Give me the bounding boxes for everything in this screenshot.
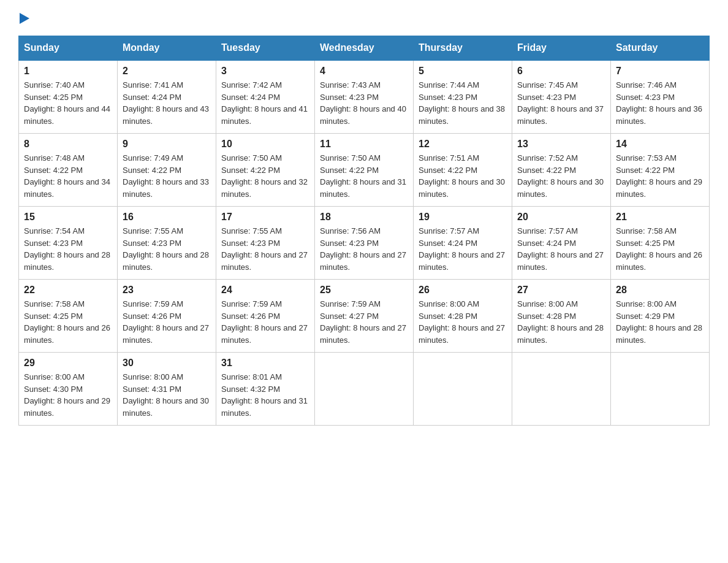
calendar-cell: 26Sunrise: 8:00 AMSunset: 4:28 PMDayligh… xyxy=(414,280,512,353)
calendar-cell: 6Sunrise: 7:45 AMSunset: 4:23 PMDaylight… xyxy=(512,60,611,134)
day-info: Sunrise: 7:50 AMSunset: 4:22 PMDaylight:… xyxy=(221,152,309,200)
calendar-cell: 22Sunrise: 7:58 AMSunset: 4:25 PMDayligh… xyxy=(19,280,118,353)
calendar-cell: 23Sunrise: 7:59 AMSunset: 4:26 PMDayligh… xyxy=(118,280,216,353)
calendar-cell: 24Sunrise: 7:59 AMSunset: 4:26 PMDayligh… xyxy=(216,280,315,353)
day-number: 24 xyxy=(221,285,309,296)
day-number: 11 xyxy=(320,139,408,150)
day-info: Sunrise: 7:46 AMSunset: 4:23 PMDaylight:… xyxy=(616,79,704,127)
day-info: Sunrise: 8:01 AMSunset: 4:32 PMDaylight:… xyxy=(221,371,309,419)
day-number: 20 xyxy=(517,212,605,223)
day-number: 7 xyxy=(616,66,704,77)
day-number: 17 xyxy=(221,212,309,223)
day-number: 3 xyxy=(221,66,309,77)
day-info: Sunrise: 7:59 AMSunset: 4:26 PMDaylight:… xyxy=(221,298,309,346)
logo-arrow-icon xyxy=(20,13,29,24)
calendar-cell xyxy=(512,353,611,426)
day-info: Sunrise: 7:52 AMSunset: 4:22 PMDaylight:… xyxy=(517,152,605,200)
calendar-cell: 29Sunrise: 8:00 AMSunset: 4:30 PMDayligh… xyxy=(19,353,118,426)
day-number: 23 xyxy=(123,285,211,296)
day-info: Sunrise: 8:00 AMSunset: 4:29 PMDaylight:… xyxy=(616,298,704,346)
day-info: Sunrise: 7:55 AMSunset: 4:23 PMDaylight:… xyxy=(123,225,211,273)
day-number: 1 xyxy=(24,66,112,77)
day-info: Sunrise: 7:41 AMSunset: 4:24 PMDaylight:… xyxy=(123,79,211,127)
day-info: Sunrise: 7:40 AMSunset: 4:25 PMDaylight:… xyxy=(24,79,112,127)
calendar-cell: 14Sunrise: 7:53 AMSunset: 4:22 PMDayligh… xyxy=(611,134,710,207)
day-number: 28 xyxy=(616,285,704,296)
day-info: Sunrise: 7:42 AMSunset: 4:24 PMDaylight:… xyxy=(221,79,309,127)
calendar-cell: 25Sunrise: 7:59 AMSunset: 4:27 PMDayligh… xyxy=(315,280,414,353)
calendar-header-row: SundayMondayTuesdayWednesdayThursdayFrid… xyxy=(19,36,710,61)
logo xyxy=(18,12,29,23)
calendar-cell: 15Sunrise: 7:54 AMSunset: 4:23 PMDayligh… xyxy=(19,207,118,280)
calendar-cell xyxy=(611,353,710,426)
calendar-cell: 4Sunrise: 7:43 AMSunset: 4:23 PMDaylight… xyxy=(315,60,414,134)
day-number: 31 xyxy=(221,358,309,369)
calendar-cell: 12Sunrise: 7:51 AMSunset: 4:22 PMDayligh… xyxy=(414,134,512,207)
day-number: 15 xyxy=(24,212,112,223)
calendar-cell: 3Sunrise: 7:42 AMSunset: 4:24 PMDaylight… xyxy=(216,60,315,134)
day-number: 9 xyxy=(123,139,211,150)
calendar-day-header: Monday xyxy=(118,36,216,61)
day-info: Sunrise: 8:00 AMSunset: 4:30 PMDaylight:… xyxy=(24,371,112,419)
calendar-week-row: 29Sunrise: 8:00 AMSunset: 4:30 PMDayligh… xyxy=(19,353,710,426)
calendar-cell: 30Sunrise: 8:00 AMSunset: 4:31 PMDayligh… xyxy=(118,353,216,426)
calendar-cell: 7Sunrise: 7:46 AMSunset: 4:23 PMDaylight… xyxy=(611,60,710,134)
day-number: 10 xyxy=(221,139,309,150)
day-number: 22 xyxy=(24,285,112,296)
day-info: Sunrise: 7:48 AMSunset: 4:22 PMDaylight:… xyxy=(24,152,112,200)
calendar-day-header: Tuesday xyxy=(216,36,315,61)
calendar-day-header: Thursday xyxy=(414,36,512,61)
calendar-cell: 11Sunrise: 7:50 AMSunset: 4:22 PMDayligh… xyxy=(315,134,414,207)
calendar-cell xyxy=(414,353,512,426)
day-number: 8 xyxy=(24,139,112,150)
day-info: Sunrise: 7:59 AMSunset: 4:27 PMDaylight:… xyxy=(320,298,408,346)
calendar-week-row: 1Sunrise: 7:40 AMSunset: 4:25 PMDaylight… xyxy=(19,60,710,134)
calendar-cell: 31Sunrise: 8:01 AMSunset: 4:32 PMDayligh… xyxy=(216,353,315,426)
calendar-cell: 20Sunrise: 7:57 AMSunset: 4:24 PMDayligh… xyxy=(512,207,611,280)
day-info: Sunrise: 8:00 AMSunset: 4:31 PMDaylight:… xyxy=(123,371,211,419)
day-info: Sunrise: 7:50 AMSunset: 4:22 PMDaylight:… xyxy=(320,152,408,200)
day-number: 2 xyxy=(123,66,211,77)
calendar-day-header: Wednesday xyxy=(315,36,414,61)
day-number: 30 xyxy=(123,358,211,369)
day-info: Sunrise: 7:58 AMSunset: 4:25 PMDaylight:… xyxy=(616,225,704,273)
calendar-cell: 19Sunrise: 7:57 AMSunset: 4:24 PMDayligh… xyxy=(414,207,512,280)
calendar-cell: 21Sunrise: 7:58 AMSunset: 4:25 PMDayligh… xyxy=(611,207,710,280)
page-header xyxy=(18,12,710,23)
calendar-header: SundayMondayTuesdayWednesdayThursdayFrid… xyxy=(19,36,710,61)
day-info: Sunrise: 7:53 AMSunset: 4:22 PMDaylight:… xyxy=(616,152,704,200)
calendar-cell: 2Sunrise: 7:41 AMSunset: 4:24 PMDaylight… xyxy=(118,60,216,134)
calendar-cell: 5Sunrise: 7:44 AMSunset: 4:23 PMDaylight… xyxy=(414,60,512,134)
day-number: 5 xyxy=(419,66,507,77)
day-number: 14 xyxy=(616,139,704,150)
day-number: 12 xyxy=(419,139,507,150)
calendar-day-header: Saturday xyxy=(611,36,710,61)
calendar-cell: 1Sunrise: 7:40 AMSunset: 4:25 PMDaylight… xyxy=(19,60,118,134)
day-number: 26 xyxy=(419,285,507,296)
calendar-day-header: Friday xyxy=(512,36,611,61)
day-number: 19 xyxy=(419,212,507,223)
day-info: Sunrise: 7:49 AMSunset: 4:22 PMDaylight:… xyxy=(123,152,211,200)
day-number: 13 xyxy=(517,139,605,150)
day-info: Sunrise: 7:57 AMSunset: 4:24 PMDaylight:… xyxy=(419,225,507,273)
calendar-cell: 28Sunrise: 8:00 AMSunset: 4:29 PMDayligh… xyxy=(611,280,710,353)
day-number: 21 xyxy=(616,212,704,223)
calendar-cell: 13Sunrise: 7:52 AMSunset: 4:22 PMDayligh… xyxy=(512,134,611,207)
calendar-cell: 10Sunrise: 7:50 AMSunset: 4:22 PMDayligh… xyxy=(216,134,315,207)
calendar-cell xyxy=(315,353,414,426)
day-info: Sunrise: 7:51 AMSunset: 4:22 PMDaylight:… xyxy=(419,152,507,200)
day-info: Sunrise: 8:00 AMSunset: 4:28 PMDaylight:… xyxy=(419,298,507,346)
day-info: Sunrise: 8:00 AMSunset: 4:28 PMDaylight:… xyxy=(517,298,605,346)
day-info: Sunrise: 7:59 AMSunset: 4:26 PMDaylight:… xyxy=(123,298,211,346)
day-info: Sunrise: 7:45 AMSunset: 4:23 PMDaylight:… xyxy=(517,79,605,127)
calendar-body: 1Sunrise: 7:40 AMSunset: 4:25 PMDaylight… xyxy=(19,60,710,426)
calendar-day-header: Sunday xyxy=(19,36,118,61)
calendar-cell: 9Sunrise: 7:49 AMSunset: 4:22 PMDaylight… xyxy=(118,134,216,207)
day-info: Sunrise: 7:58 AMSunset: 4:25 PMDaylight:… xyxy=(24,298,112,346)
day-number: 29 xyxy=(24,358,112,369)
day-info: Sunrise: 7:57 AMSunset: 4:24 PMDaylight:… xyxy=(517,225,605,273)
calendar-week-row: 22Sunrise: 7:58 AMSunset: 4:25 PMDayligh… xyxy=(19,280,710,353)
day-info: Sunrise: 7:44 AMSunset: 4:23 PMDaylight:… xyxy=(419,79,507,127)
calendar-cell: 27Sunrise: 8:00 AMSunset: 4:28 PMDayligh… xyxy=(512,280,611,353)
calendar-table: SundayMondayTuesdayWednesdayThursdayFrid… xyxy=(18,36,710,426)
